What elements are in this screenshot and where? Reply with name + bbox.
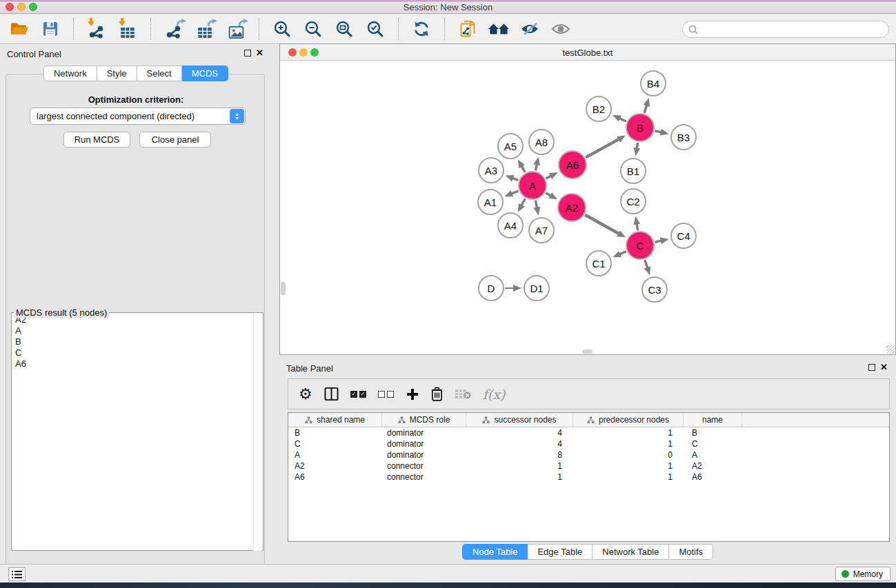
graph-node-A7[interactable]: A7: [528, 217, 555, 243]
graph-node-D1[interactable]: D1: [524, 275, 550, 301]
zoom-selected-icon[interactable]: [364, 18, 386, 40]
table-cell[interactable]: connector: [382, 472, 466, 483]
table-cell[interactable]: 1: [573, 427, 684, 438]
hide-eye-icon[interactable]: [519, 18, 541, 40]
table-cell[interactable]: 1: [573, 438, 684, 449]
table-cell[interactable]: B: [288, 427, 382, 438]
tab-style[interactable]: Style: [97, 65, 137, 81]
tab-edge-table[interactable]: Edge Table: [528, 544, 593, 560]
table-cell[interactable]: C: [288, 438, 382, 449]
table-cell[interactable]: 1: [466, 460, 573, 472]
float-window-icon[interactable]: [244, 50, 251, 57]
tab-node-table[interactable]: Node Table: [462, 544, 528, 560]
tab-network-table[interactable]: Network Table: [593, 544, 669, 560]
graph-node-A3[interactable]: A3: [478, 157, 504, 183]
zoom-out-icon[interactable]: [302, 18, 324, 40]
close-panel-icon[interactable]: ✕: [256, 48, 263, 58]
graph-node-A8[interactable]: A8: [528, 129, 555, 155]
graph-node-C4[interactable]: C4: [670, 223, 697, 249]
graph-node-A[interactable]: A: [518, 171, 547, 200]
show-eye-icon[interactable]: [550, 18, 572, 40]
optimization-criterion-dropdown[interactable]: largest connected component (directed) ▲…: [30, 108, 246, 125]
copy-network-icon[interactable]: [457, 18, 479, 40]
save-session-icon[interactable]: [39, 18, 61, 40]
graph-edge-A-A7[interactable]: [535, 201, 537, 208]
graph-edge-C-C2[interactable]: [637, 224, 638, 231]
table-row[interactable]: A2connector11A2: [288, 460, 889, 472]
network-canvas[interactable]: B4B2BB3A5A8A6A3B1AA1C2A2A4A7C4CC1DD1C3: [280, 61, 895, 354]
dropdown-stepper-icon[interactable]: ▲▼: [230, 109, 244, 123]
window-resize-grip[interactable]: [886, 345, 895, 354]
graph-node-A4[interactable]: A4: [497, 212, 524, 239]
table-cell[interactable]: A: [684, 449, 742, 460]
network-horizontal-scrollbar[interactable]: [582, 349, 593, 354]
table-cell[interactable]: dominator: [382, 438, 466, 449]
column-header-mcds-role[interactable]: MCDS role: [382, 413, 466, 427]
table-row[interactable]: Bdominator41B: [288, 427, 889, 438]
result-scrollbar[interactable]: [253, 314, 262, 551]
graph-edge-A-A6[interactable]: [546, 176, 551, 179]
table-cell[interactable]: A2: [288, 460, 382, 472]
close-panel-icon[interactable]: ✕: [880, 362, 888, 372]
tab-select[interactable]: Select: [137, 65, 182, 81]
table-row[interactable]: Cdominator41C: [288, 438, 889, 449]
graph-node-A2[interactable]: A2: [557, 193, 586, 222]
graph-edge-B-B2[interactable]: [619, 119, 626, 121]
table-cell[interactable]: A2: [684, 460, 742, 472]
mcds-result-item[interactable]: A: [13, 325, 252, 336]
open-session-icon[interactable]: [8, 18, 30, 40]
graph-edge-A-A4[interactable]: [521, 199, 525, 205]
graph-edge-B-B4[interactable]: [644, 105, 646, 113]
graph-edge-A6-B[interactable]: [586, 139, 619, 157]
table-cell[interactable]: dominator: [382, 449, 466, 460]
memory-button[interactable]: Memory: [835, 567, 890, 581]
import-network-icon[interactable]: [86, 18, 108, 40]
zoom-in-icon[interactable]: [271, 18, 293, 40]
graph-edge-C-C4[interactable]: [655, 241, 661, 242]
graph-node-C3[interactable]: C3: [641, 276, 668, 303]
table-cell[interactable]: B: [684, 427, 742, 438]
table-cell[interactable]: A6: [288, 472, 382, 483]
table-cell[interactable]: A: [288, 449, 382, 460]
task-history-icon[interactable]: [8, 567, 26, 581]
graph-node-B[interactable]: B: [626, 113, 655, 142]
graph-node-C1[interactable]: C1: [586, 250, 612, 276]
deselect-all-checkboxes-icon[interactable]: [378, 391, 394, 398]
mcds-result-item[interactable]: C: [13, 347, 252, 358]
table-cell[interactable]: 8: [466, 449, 573, 460]
graph-edge-A-A2[interactable]: [546, 193, 550, 196]
delete-column-icon[interactable]: [431, 387, 443, 401]
graph-node-B3[interactable]: B3: [670, 124, 697, 150]
table-cell[interactable]: 1: [466, 472, 573, 483]
table-cell[interactable]: C: [684, 438, 742, 449]
column-header-predecessor-nodes[interactable]: predecessor nodes: [573, 413, 684, 427]
graph-node-B2[interactable]: B2: [586, 96, 612, 122]
table-row[interactable]: Adominator80A: [288, 449, 889, 460]
export-table-icon[interactable]: [194, 18, 216, 40]
tab-motifs[interactable]: Motifs: [669, 544, 713, 560]
table-cell[interactable]: A6: [684, 472, 742, 483]
graph-node-A1[interactable]: A1: [477, 189, 504, 215]
graph-node-B4[interactable]: B4: [640, 70, 666, 97]
run-mcds-button[interactable]: Run MCDS: [63, 132, 130, 148]
graph-node-D[interactable]: D: [478, 275, 504, 301]
table-cell[interactable]: 0: [573, 449, 684, 460]
graph-edge-A2-C[interactable]: [585, 215, 619, 234]
graph-edge-C-C1[interactable]: [619, 252, 626, 254]
graph-edge-B-B3[interactable]: [655, 131, 661, 132]
table-cell[interactable]: 1: [573, 460, 684, 472]
column-header-successor-nodes[interactable]: successor nodes: [466, 413, 573, 427]
add-column-icon[interactable]: [406, 387, 419, 401]
graph-edge-B-B1[interactable]: [637, 143, 637, 149]
table-row[interactable]: A6connector11A6: [288, 472, 889, 483]
graph-node-B1[interactable]: B1: [620, 158, 646, 184]
table-cell[interactable]: 1: [573, 472, 684, 483]
graph-edge-A-A3[interactable]: [512, 178, 518, 180]
table-cell[interactable]: 4: [466, 427, 573, 438]
zoom-fit-icon[interactable]: [333, 18, 355, 40]
column-header-shared-name[interactable]: shared name: [288, 413, 382, 427]
table-cell[interactable]: 4: [466, 438, 573, 449]
graph-edge-A-A1[interactable]: [512, 191, 519, 194]
float-window-icon[interactable]: [868, 364, 875, 371]
search-input[interactable]: [682, 21, 889, 38]
